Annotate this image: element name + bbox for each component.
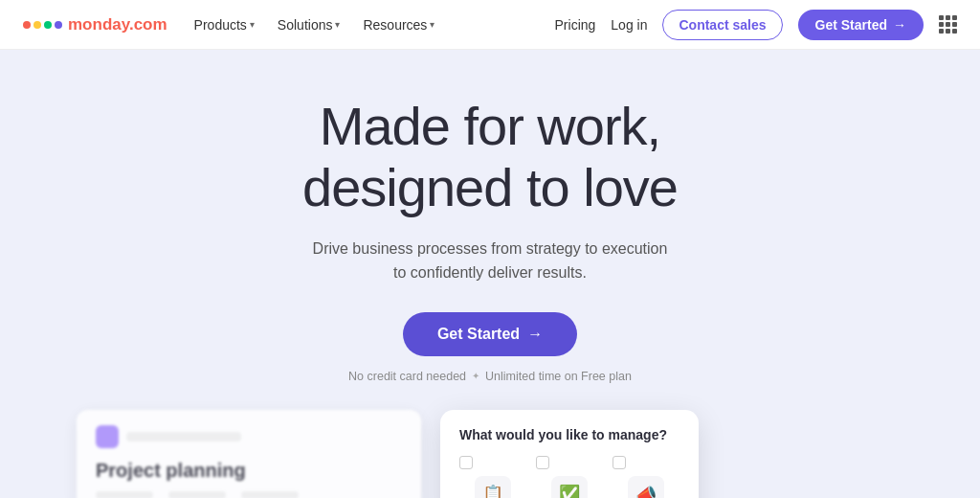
pricing-link[interactable]: Pricing [555,17,596,33]
checkbox-tasks[interactable] [536,456,549,469]
hero-bottom: Project planning What would you like to … [0,410,980,498]
arrow-icon: → [527,326,543,343]
dot-purple [55,21,62,29]
logo-wordmark: monday.com [68,15,167,34]
dot-yellow [33,21,41,29]
project-card-header [96,425,402,448]
avatar [96,425,119,448]
logo-dots [23,21,62,29]
dot-green [44,21,52,29]
navbar: monday.com Products ▾ Solutions ▾ Resour… [0,0,980,50]
nav-left: monday.com Products ▾ Solutions ▾ Resour… [23,15,434,34]
nav-item-solutions[interactable]: Solutions ▾ [278,17,341,33]
hero-subtitle: Drive business processes from strategy t… [313,237,668,285]
manage-card-title: What would you like to manage? [459,427,679,442]
chevron-down-icon: ▾ [430,19,434,30]
dot-red [23,21,31,29]
projects-icon: 📋 [475,476,511,498]
hero-title: Made for work, designed to love [302,96,678,219]
app-label [126,432,241,441]
nav-item-products[interactable]: Products ▾ [194,17,255,33]
checkbox-projects[interactable] [459,456,473,469]
contact-sales-button[interactable]: Contact sales [662,10,782,40]
manage-card: What would you like to manage? 📋 Project… [440,410,699,498]
hero-note: No credit card needed ✦ Unlimited time o… [348,370,632,383]
apps-grid-icon[interactable] [939,15,957,34]
get-started-hero-button[interactable]: Get Started → [403,312,577,356]
tasks-icon: ✅ [551,476,588,498]
login-link[interactable]: Log in [611,17,647,33]
manage-item-projects[interactable]: 📋 Projects [459,456,526,498]
project-title: Project planning [96,460,402,482]
checkbox-marketing[interactable] [612,456,626,469]
marketing-icon: 📣 [628,476,664,498]
chevron-down-icon: ▾ [335,19,340,30]
arrow-icon: → [893,17,906,33]
nav-right: Pricing Log in Contact sales Get Started… [555,10,957,40]
nav-item-resources[interactable]: Resources ▾ [363,17,434,33]
nav-items: Products ▾ Solutions ▾ Resources ▾ [194,17,435,33]
manage-item-marketing[interactable]: 📣 Marketing [612,456,679,498]
chevron-down-icon: ▾ [250,19,255,30]
diamond-separator: ✦ [472,371,479,381]
project-card: Project planning [77,410,421,498]
get-started-nav-button[interactable]: Get Started → [798,10,924,40]
project-meta [96,491,402,498]
logo[interactable]: monday.com [23,15,167,34]
hero-section: Made for work, designed to love Drive bu… [0,50,980,498]
manage-grid: 📋 Projects ✅ Tasks 📣 Marketing [459,456,679,498]
manage-item-tasks[interactable]: ✅ Tasks [536,456,603,498]
